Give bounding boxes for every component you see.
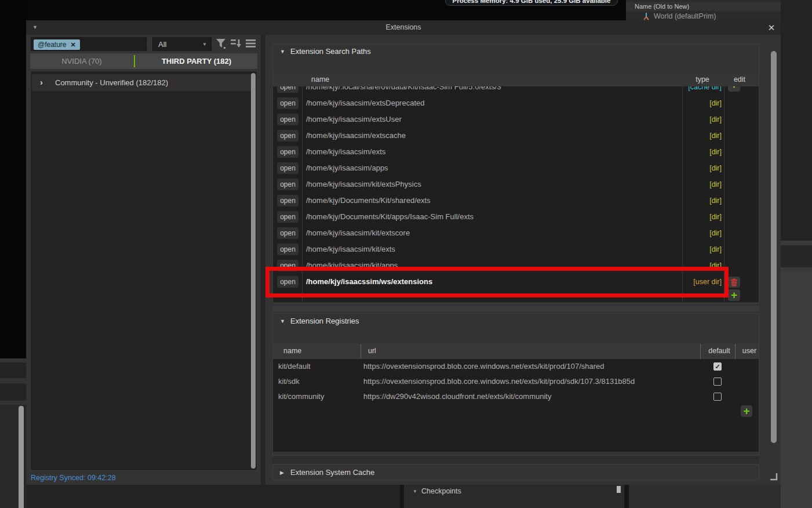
highlight-rectangle [265,267,729,297]
tab-third-party[interactable]: THIRD PARTY (182) [136,53,257,69]
expand-triangle-icon[interactable]: ▶ [280,470,284,476]
checkbox-unchecked[interactable] [713,378,722,386]
collapse-triangle-icon[interactable]: ▼ [280,318,285,324]
plus-icon: + [743,405,749,416]
registry-name: kit/default [278,359,311,374]
chevron-down-icon: ▼ [731,86,737,89]
window-titlebar[interactable]: ▼ Extensions ✕ [26,20,781,35]
chip-close-icon[interactable]: ✕ [71,39,76,50]
path-text: /home/kjy/Documents/Kit/shared/exts [306,193,677,209]
search-path-row[interactable]: open/home/kjy/Documents/Kit/apps/Isaac-S… [273,209,759,225]
search-path-row[interactable]: open/home/kjy/isaacsim/kit/extscore[dir] [273,225,759,241]
tree-scrollbar[interactable] [251,73,256,469]
search-path-row[interactable]: open/home/kjy/isaacsim/exts[dir] [273,144,759,160]
open-button[interactable]: open [277,227,298,239]
path-text: /home/kjy/isaacsim/exts [306,144,677,160]
type-label: [dir] [682,111,722,128]
registry-row[interactable]: kit/defaulthttps://ovextensionsprod.blob… [273,359,759,374]
resize-handle-icon[interactable] [767,470,778,481]
type-label: [cache dir] [682,86,722,95]
checkpoints-label: Checkpoints [421,487,461,495]
open-button[interactable]: open [277,114,298,125]
left-background [0,0,26,508]
plus-icon: + [731,289,737,300]
path-text: /home/kjy/isaacsim/apps [306,160,677,176]
path-text: /home/kjy/isaacsim/kit/extsPhysics [306,176,677,193]
tab-nvidia[interactable]: NVIDIA (70) [30,53,133,69]
add-path-button[interactable]: + [728,289,740,301]
stage-item-label: World (defaultPrim) [654,12,716,20]
extensions-window: ▼ Extensions ✕ @feature ✕ All ▼ NVIDIA (… [26,20,781,485]
type-label: [dir] [682,144,722,160]
registries-table: kit/defaulthttps://ovextensionsprod.blob… [273,359,759,452]
path-text: /home/kjy/.local/share/ov/data/Kit/Isaac… [306,86,677,95]
search-path-row[interactable]: open/home/kjy/Documents/Kit/shared/exts[… [273,193,759,209]
collapse-triangle-icon[interactable]: ▼ [413,489,417,494]
open-button[interactable]: open [277,195,298,206]
search-path-row[interactable]: open/home/kjy/isaacsim/extsDeprecated[di… [273,95,759,111]
right-background [781,0,812,508]
panel-divider[interactable] [261,35,265,485]
type-label: [dir] [682,160,722,176]
stage-item-world[interactable]: World (defaultPrim) [642,12,716,20]
search-path-row[interactable]: open/home/kjy/isaacsim/extscache[dir] [273,128,759,144]
checkpoints-scrollbar[interactable] [617,486,621,493]
open-button[interactable]: open [277,179,298,190]
edit-dropdown-button[interactable]: ▼ [728,86,740,92]
path-text: /home/kjy/isaacsim/kit/exts [306,241,677,257]
tree-item-community[interactable]: › Community - Unverified (182/182) [32,74,253,91]
search-path-row[interactable]: open/home/kjy/isaacsim/apps[dir] [273,160,759,176]
open-button[interactable]: open [277,162,298,174]
checkbox-unchecked[interactable] [713,393,722,401]
dropdown-value: All [158,38,166,51]
search-path-row[interactable]: open/home/kjy/isaacsim/kit/exts[dir] [273,241,759,257]
menu-icon[interactable] [245,39,257,48]
delete-path-button[interactable] [728,277,740,288]
path-text: /home/kjy/isaacsim/extsDeprecated [306,95,677,111]
path-text: /home/kjy/isaacsim/extscache [306,128,677,144]
search-paths-header-row: name type edit [273,74,759,86]
registry-row[interactable]: kit/communityhttps://dw290v42wisod.cloud… [273,389,759,404]
open-button[interactable]: open [277,211,298,223]
category-dropdown[interactable]: All ▼ [152,37,212,51]
type-label: [dir] [682,241,722,257]
path-text: /home/kjy/isaacsim/kit/extscore [306,225,677,241]
chevron-right-icon[interactable]: › [40,74,43,90]
collapse-triangle-icon[interactable]: ▼ [280,49,285,55]
path-text: /home/kjy/isaacsim/extsUser [306,111,677,128]
tab-bar: NVIDIA (70) THIRD PARTY (182) [30,53,257,69]
registry-url: https://ovextensionsprod.blob.core.windo… [363,359,605,374]
window-scrollbar[interactable] [771,51,777,443]
filter-icon[interactable] [215,37,227,50]
open-button[interactable]: open [277,146,298,158]
search-input[interactable]: @feature ✕ [31,37,147,51]
system-cache-section: ▶ Extension System Cache [272,464,759,480]
column-user: user [737,347,762,355]
sort-icon[interactable] [230,38,243,49]
open-button[interactable]: open [277,86,298,93]
add-registry-button[interactable]: + [741,405,752,417]
section-divider [272,456,759,464]
column-name: name [283,347,301,355]
open-button[interactable]: open [277,244,298,255]
registries-header-row: name url default user [273,344,759,359]
section-title[interactable]: Extension Registries [290,317,359,325]
checkbox-checked[interactable]: ✓ [713,362,722,371]
path-text: /home/kjy/Documents/Kit/apps/Isaac-Sim F… [306,209,677,225]
process-memory-text: Process Memory: 4.9 GiB used, 25.9 GiB a… [453,0,611,4]
column-name: name [311,75,329,84]
checkpoints-panel: ▼ Checkpoints [404,485,624,508]
background-scrollbar[interactable] [19,406,24,508]
open-button[interactable]: open [277,97,298,109]
registry-row[interactable]: kit/sdkhttps://ovextensionsprod.blob.cor… [273,374,759,389]
search-filter-chip[interactable]: @feature ✕ [34,39,80,50]
search-path-row[interactable]: open/home/kjy/isaacsim/kit/extsPhysics[d… [273,176,759,193]
open-button[interactable]: open [277,130,298,141]
search-path-row[interactable]: open/home/kjy/isaacsim/extsUser[dir] [273,111,759,128]
xform-prim-icon [642,12,650,20]
section-title[interactable]: Extension System Cache [290,468,374,477]
search-path-row[interactable]: open/home/kjy/.local/share/ov/data/Kit/I… [273,86,759,95]
section-title[interactable]: Extension Search Paths [290,47,371,56]
column-edit: edit [725,75,754,84]
close-icon[interactable]: ✕ [766,22,777,34]
